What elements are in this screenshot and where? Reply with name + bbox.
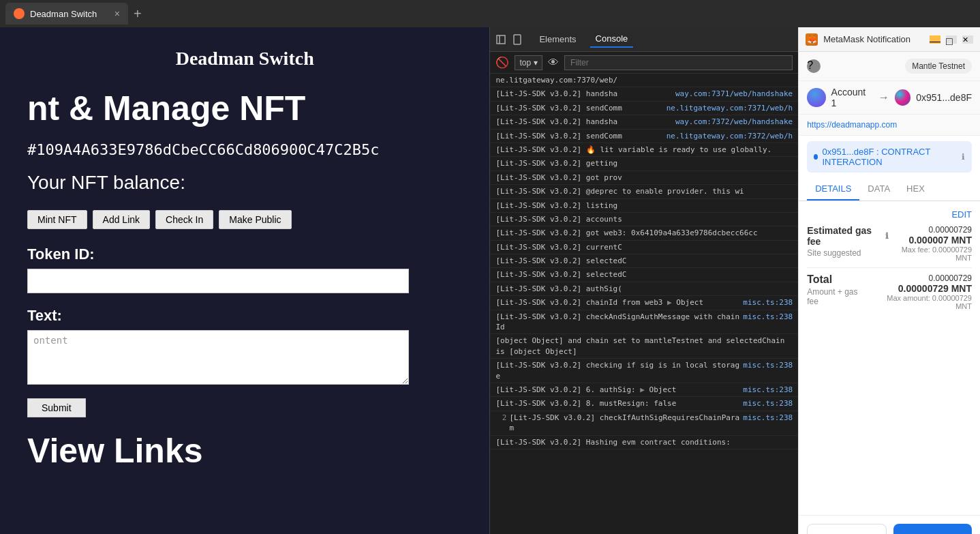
svg-rect-2 <box>514 35 521 44</box>
add-link-button[interactable]: Add Link <box>93 210 150 229</box>
mm-gas-label-text: Estimated gas fee <box>807 225 883 247</box>
inspect-icon[interactable] <box>495 34 506 45</box>
list-item: [Lit-JS-SDK v3.0.2] 8. mustResign: false… <box>490 397 798 411</box>
mm-contract-badge: 0x951...de8F : CONTRACT INTERACTION ℹ <box>807 141 972 173</box>
eye-icon[interactable]: 👁 <box>548 57 559 69</box>
clear-console-icon[interactable]: 🚫 <box>495 56 509 69</box>
mm-divider <box>807 267 972 268</box>
list-item: ne.litgateway.com:7370/web/ <box>490 74 798 87</box>
mm-titlebar: 🦊 MetaMask Notification — □ ✕ <box>799 27 980 52</box>
list-item: [Lit-JS-SDK v3.0.2] checkAndSignAuthMess… <box>490 310 798 335</box>
browser-tab[interactable]: Deadman Switch × <box>5 3 128 25</box>
list-item: [Lit-JS-SDK v3.0.2] got prov <box>490 171 798 185</box>
mm-gas-values: 0.00000729 0.000007 MNT Max fee: 0.00000… <box>889 225 972 262</box>
check-in-button[interactable]: Check In <box>155 210 213 229</box>
tab-close-button[interactable]: × <box>114 8 120 19</box>
mm-transfer-arrow: → <box>878 91 889 104</box>
mm-minimize-button[interactable]: — <box>930 35 940 44</box>
mm-gas-maxfee: Max fee: 0.00000729 MNT <box>889 246 972 262</box>
action-buttons: Mint NFT Add Link Check In Make Public <box>27 210 462 229</box>
mm-tab-details[interactable]: DETAILS <box>807 178 859 201</box>
mm-total-subtext: Amount + gas fee <box>807 287 870 306</box>
mm-url: https://deadmanapp.com <box>807 120 897 130</box>
new-tab-button[interactable]: + <box>134 6 142 22</box>
device-icon[interactable] <box>512 34 523 45</box>
mm-contract-info-icon[interactable]: ℹ <box>962 152 965 162</box>
devtools-tab-elements[interactable]: Elements <box>534 31 581 47</box>
mm-question-icon: ? <box>807 59 821 73</box>
wallet-address: #109A4A633E9786dCbeCC66Cd806900C47C2B5c <box>27 141 462 158</box>
tab-favicon <box>14 8 25 19</box>
mm-url-bar: https://deadmanapp.com <box>799 115 980 136</box>
list-item: 2 [Lit-JS-SDK v3.0.2] checkIfAuthSigRequ… <box>490 411 798 436</box>
tab-title: Deadman Switch <box>30 9 97 19</box>
mm-total-maxamt: Max amount: 0.00000729 MNT <box>870 294 972 310</box>
list-item: [Lit-JS-SDK v3.0.2] currentC <box>490 241 798 254</box>
mm-network-label[interactable]: Mantle Testnet <box>905 59 972 74</box>
list-item: [Lit-JS-SDK v3.0.2] handsha way.com:7371… <box>490 87 798 101</box>
mm-gas-site-label: Site suggested <box>807 248 889 258</box>
mm-gas-row: Estimated gas fee ℹ Site suggested 0.000… <box>807 225 972 262</box>
context-selector[interactable]: top ▾ <box>515 55 542 70</box>
context-dropdown-icon[interactable]: ▾ <box>534 58 538 68</box>
console-filter-input[interactable] <box>564 55 793 70</box>
list-item: [Lit-JS-SDK v3.0.2] listing <box>490 199 798 213</box>
list-item: [Lit-JS-SDK v3.0.2] accounts <box>490 213 798 226</box>
token-id-label: Token ID: <box>27 246 462 263</box>
list-item: [Lit-JS-SDK v3.0.2] handsha way.com:7372… <box>490 115 798 129</box>
list-item: [Lit-JS-SDK v3.0.2] sendComm ne.litgatew… <box>490 130 798 143</box>
mm-total-value-main: 0.00000729 <box>870 273 972 283</box>
list-item: [Lit-JS-SDK v3.0.2] got web3: 0x64109a4a… <box>490 226 798 240</box>
list-item: [Lit-JS-SDK v3.0.2] getting <box>490 157 798 170</box>
mm-title: MetaMask Notification <box>823 34 924 44</box>
devtools-tab-console[interactable]: Console <box>590 31 634 48</box>
mm-account-avatar <box>807 88 825 107</box>
mm-address-label: 0x951...de8F <box>916 92 972 103</box>
list-item: [Lit-JS-SDK v3.0.2] 🔥 lit variable is re… <box>490 143 798 157</box>
mm-total-row: Total Amount + gas fee 0.00000729 0.0000… <box>807 273 972 310</box>
list-item: [Lit-JS-SDK v3.0.2] @deprec to enable pr… <box>490 185 798 198</box>
list-item: [Lit-JS-SDK v3.0.2] sendComm ne.litgatew… <box>490 102 798 115</box>
mm-maximize-button[interactable]: □ <box>946 35 957 44</box>
list-item: [Lit-JS-SDK v3.0.2] checking if sig is i… <box>490 359 798 383</box>
mm-tab-hex[interactable]: HEX <box>898 178 933 201</box>
mm-gas-value-bold: 0.000007 MNT <box>889 235 972 246</box>
list-item: [Lit-JS-SDK v3.0.2] chainId from web3 ▶ … <box>490 296 798 310</box>
mm-total-value-bold: 0.00000729 MNT <box>870 283 972 294</box>
list-item: [Lit-JS-SDK v3.0.2] authSig( <box>490 282 798 296</box>
mm-window-buttons: — □ ✕ <box>930 35 973 44</box>
mm-total-values: 0.00000729 0.00000729 MNT Max amount: 0.… <box>870 273 972 310</box>
make-public-button[interactable]: Make Public <box>219 210 291 229</box>
nft-balance-label: Your NFT balance: <box>27 172 462 194</box>
mm-contract-dot <box>814 154 818 160</box>
metamask-logo: 🦊 <box>806 33 818 46</box>
devtools-icons <box>495 34 523 45</box>
text-label: Text: <box>27 307 462 325</box>
mm-gas-value-primary: 0.00000729 <box>889 225 972 235</box>
mm-body: EDIT Estimated gas fee ℹ Site suggested … <box>799 201 980 515</box>
webpage: Deadman Switch nt & Manage NFT #109A4A63… <box>0 27 489 534</box>
mm-reject-button[interactable]: Reject <box>807 524 887 534</box>
browser-chrome: Deadman Switch × + <box>0 0 980 27</box>
mm-close-button[interactable]: ✕ <box>962 35 973 44</box>
mm-edit-button[interactable]: EDIT <box>807 209 972 220</box>
mm-account-name: Account 1 <box>831 87 873 108</box>
mm-account-row: Account 1 → 0x951...de8F <box>799 81 980 115</box>
list-item: [Lit-JS-SDK v3.0.2] 6. authSig: ▶ Object… <box>490 383 798 397</box>
mm-tabs: DETAILS DATA HEX <box>799 178 980 201</box>
mm-confirm-button[interactable]: Confirm <box>893 524 972 534</box>
devtools-toolbar: 🚫 top ▾ 👁 <box>490 52 798 74</box>
view-links: View Links <box>27 431 462 471</box>
text-textarea[interactable]: ontent <box>27 330 409 385</box>
site-title: Deadman Switch <box>27 48 462 70</box>
mm-tab-data[interactable]: DATA <box>859 178 898 201</box>
svg-rect-0 <box>497 35 505 44</box>
submit-button[interactable]: Submit <box>27 398 86 417</box>
list-item: [object Object] and chain set to mantleT… <box>490 334 798 359</box>
list-item: [Lit-JS-SDK v3.0.2] Hashing evm contract… <box>490 436 798 449</box>
mm-gas-label-group: Estimated gas fee ℹ Site suggested <box>807 225 889 258</box>
main-layout: Deadman Switch nt & Manage NFT #109A4A63… <box>0 27 980 534</box>
context-label: top <box>519 58 531 68</box>
token-id-input[interactable] <box>27 269 409 293</box>
mint-nft-button[interactable]: Mint NFT <box>27 210 87 229</box>
